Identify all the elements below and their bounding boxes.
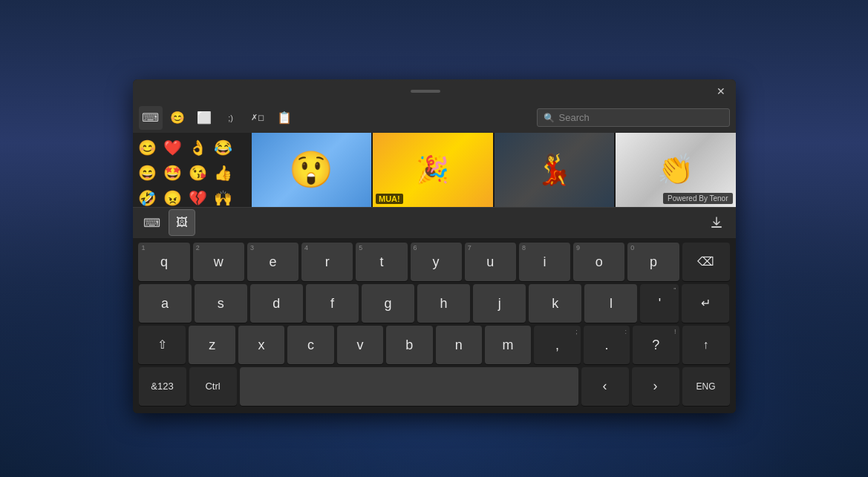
drag-handle	[411, 90, 440, 93]
key-backspace[interactable]: ⌫	[682, 243, 730, 281]
key-i[interactable]: 8i	[519, 243, 570, 281]
symbol-toolbar-icon[interactable]: ✗◻	[246, 106, 270, 130]
emoji-grin[interactable]: 😄	[136, 161, 160, 185]
key-row-3: ⇧ z x c v b n m ; , : . ! ? ↑	[139, 326, 730, 364]
gif-item-2[interactable]: MUA!	[373, 133, 493, 207]
key-e[interactable]: 3e	[247, 243, 298, 281]
gif-item-4[interactable]: Powered By Tenor	[616, 133, 736, 207]
key-q[interactable]: 1q	[138, 243, 189, 281]
emoji-broken-heart[interactable]: 💔	[186, 186, 210, 210]
key-d[interactable]: d	[250, 284, 303, 323]
clipboard-toolbar-icon[interactable]: 📋	[273, 106, 296, 130]
key-row-1: 1q 2w 3e 4r 5t 6y 7u 8i 9o 0p ⌫	[139, 243, 730, 281]
emoji-ok-hand[interactable]: 👌	[186, 136, 210, 159]
emoji-thumbsup[interactable]: 👍	[212, 161, 235, 185]
key-symbol[interactable]: &123	[139, 367, 186, 406]
key-space[interactable]	[240, 367, 578, 406]
search-icon: 🔍	[544, 113, 555, 123]
key-row-2: a s d f g h j k l " ' ↵	[139, 284, 730, 323]
mode-bar: ⌨ 🖼	[133, 207, 736, 238]
key-semicolon[interactable]: ; ,	[534, 326, 580, 364]
emoji-grinning[interactable]: 😊	[136, 136, 160, 159]
key-g[interactable]: g	[362, 284, 414, 323]
emoji-section: 😊 ❤️ 👌 😂 😄 🤩 😘 👍 🤣 😠 💔 🙌	[133, 133, 252, 207]
key-b[interactable]: b	[386, 326, 432, 364]
key-shift-right[interactable]: ↑	[682, 326, 730, 364]
search-input[interactable]	[559, 112, 723, 123]
keyboard-panel: ✕ ⌨ 😊 ⬜ ;) ✗◻ 📋 🔍 😊 ❤️ 👌 😂 😄 🤩 😘	[133, 79, 736, 413]
keyboard-area: 1q 2w 3e 4r 5t 6y 7u 8i 9o 0p ⌫ a s d f …	[133, 238, 736, 413]
content-area: 😊 ❤️ 👌 😂 😄 🤩 😘 👍 🤣 😠 💔 🙌 MUA	[133, 133, 736, 207]
gif-item-1[interactable]	[252, 133, 372, 207]
emoji-row-1: 😊 ❤️ 👌 😂	[136, 136, 249, 159]
emoji-raised-hands[interactable]: 🙌	[212, 186, 235, 210]
key-r[interactable]: 4r	[301, 243, 353, 281]
key-o[interactable]: 9o	[573, 243, 624, 281]
svg-rect-0	[711, 226, 722, 228]
key-x[interactable]: x	[238, 326, 284, 364]
key-s[interactable]: s	[195, 284, 247, 323]
key-l[interactable]: l	[584, 284, 637, 323]
key-t[interactable]: 5t	[356, 243, 407, 281]
emoji-rofl[interactable]: 🤣	[136, 186, 160, 210]
keyboard-toolbar-icon[interactable]: ⌨	[139, 106, 163, 130]
key-f[interactable]: f	[306, 284, 359, 323]
emoji-row-2: 😄 🤩 😘 👍	[136, 161, 249, 185]
key-p[interactable]: 0p	[627, 243, 679, 281]
key-v[interactable]: v	[337, 326, 383, 364]
close-button[interactable]: ✕	[712, 82, 730, 100]
key-left[interactable]: ‹	[581, 367, 629, 406]
special-toolbar-icon[interactable]: ;)	[219, 106, 243, 130]
key-n[interactable]: n	[436, 326, 482, 364]
emoji-heart[interactable]: ❤️	[161, 136, 185, 159]
key-quote[interactable]: " '	[640, 284, 679, 323]
emoji-star-struck[interactable]: 🤩	[161, 161, 185, 185]
emoji-joy[interactable]: 😂	[212, 136, 235, 159]
key-y[interactable]: 6y	[411, 243, 462, 281]
key-k[interactable]: k	[529, 284, 581, 323]
key-j[interactable]: j	[473, 284, 526, 323]
emoji-row-3: 🤣 😠 💔 🙌	[136, 186, 249, 210]
title-bar: ✕	[133, 79, 736, 103]
gif-item-3[interactable]	[495, 133, 615, 207]
key-c[interactable]: c	[287, 326, 333, 364]
key-u[interactable]: 7u	[465, 243, 516, 281]
search-box: 🔍	[537, 108, 730, 127]
emoji-angry[interactable]: 😠	[161, 186, 185, 210]
keyboard-mode-btn[interactable]: ⌨	[139, 209, 166, 236]
key-enter[interactable]: ↵	[682, 284, 729, 323]
key-shift-left[interactable]: ⇧	[138, 326, 186, 364]
drag-handle-area	[139, 90, 712, 93]
powered-by-badge: Powered By Tenor	[663, 193, 733, 204]
key-question[interactable]: ! ?	[633, 326, 679, 364]
emoji-toolbar-icon[interactable]: 😊	[166, 106, 189, 130]
key-z[interactable]: z	[189, 326, 235, 364]
key-w[interactable]: 2w	[193, 243, 244, 281]
gif-label-mua: MUA!	[376, 194, 403, 204]
top-toolbar: ⌨ 😊 ⬜ ;) ✗◻ 📋 🔍	[133, 103, 736, 133]
key-a[interactable]: a	[139, 284, 192, 323]
key-right[interactable]: ›	[632, 367, 679, 406]
gif-thumbnails: MUA! Powered By Tenor	[252, 133, 736, 207]
emoji-kiss[interactable]: 😘	[186, 161, 210, 185]
kaomoji-toolbar-icon[interactable]: ⬜	[192, 106, 216, 130]
gif-mode-btn[interactable]: 🖼	[169, 209, 195, 236]
key-colon[interactable]: : .	[584, 326, 630, 364]
key-ctrl[interactable]: Ctrl	[189, 367, 237, 406]
key-lang[interactable]: ENG	[682, 367, 730, 406]
key-row-bottom: &123 Ctrl ‹ › ENG	[139, 367, 730, 406]
download-button[interactable]	[703, 209, 730, 236]
key-m[interactable]: m	[485, 326, 531, 364]
key-h[interactable]: h	[417, 284, 470, 323]
